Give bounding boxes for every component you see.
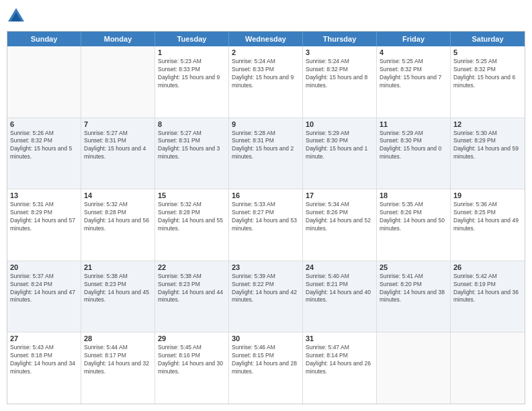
day-info: Sunrise: 5:44 AM Sunset: 8:17 PM Dayligh… [84,344,152,376]
day-info: Sunrise: 5:25 AM Sunset: 8:32 PM Dayligh… [453,58,522,90]
day-number: 9 [232,120,300,128]
day-number: 13 [10,191,78,199]
day-number: 20 [10,263,78,271]
day-number: 21 [84,263,152,271]
day-number: 6 [10,120,78,128]
header-day-tuesday: Tuesday [155,32,229,46]
day-number: 1 [158,48,226,56]
day-number: 17 [306,191,373,199]
calendar-cell-18: 18Sunrise: 5:35 AM Sunset: 8:26 PM Dayli… [377,189,451,261]
day-number: 3 [306,48,373,56]
day-number: 19 [453,191,522,199]
day-number: 28 [84,334,152,342]
day-number: 14 [84,191,152,199]
day-info: Sunrise: 5:27 AM Sunset: 8:31 PM Dayligh… [84,130,152,162]
calendar-cell-27: 27Sunrise: 5:43 AM Sunset: 8:18 PM Dayli… [7,332,81,404]
day-number: 18 [380,191,447,199]
day-number: 26 [453,263,522,271]
calendar-header: SundayMondayTuesdayWednesdayThursdayFrid… [7,32,525,46]
day-info: Sunrise: 5:47 AM Sunset: 8:14 PM Dayligh… [306,344,373,376]
day-info: Sunrise: 5:27 AM Sunset: 8:31 PM Dayligh… [158,130,226,162]
calendar-cell-26: 26Sunrise: 5:42 AM Sunset: 8:19 PM Dayli… [451,261,525,332]
calendar-row-2: 13Sunrise: 5:31 AM Sunset: 8:29 PM Dayli… [7,189,525,261]
calendar-cell-22: 22Sunrise: 5:38 AM Sunset: 8:23 PM Dayli… [155,261,229,332]
day-number: 7 [84,120,152,128]
calendar-cell-21: 21Sunrise: 5:38 AM Sunset: 8:23 PM Dayli… [81,261,155,332]
calendar-cell-empty [81,46,155,118]
calendar-body: 1Sunrise: 5:23 AM Sunset: 8:33 PM Daylig… [7,46,525,404]
day-info: Sunrise: 5:43 AM Sunset: 8:18 PM Dayligh… [10,344,78,376]
calendar-cell-3: 3Sunrise: 5:24 AM Sunset: 8:32 PM Daylig… [303,46,377,118]
day-number: 31 [306,334,373,342]
day-number: 16 [232,191,300,199]
day-info: Sunrise: 5:31 AM Sunset: 8:29 PM Dayligh… [10,201,78,233]
calendar-row-1: 6Sunrise: 5:26 AM Sunset: 8:32 PM Daylig… [7,118,525,190]
calendar-cell-empty [451,332,525,404]
logo-icon [7,7,26,26]
day-number: 30 [232,334,300,342]
logo [7,7,28,26]
day-info: Sunrise: 5:34 AM Sunset: 8:26 PM Dayligh… [306,201,373,233]
calendar: SundayMondayTuesdayWednesdayThursdayFrid… [7,31,525,404]
day-number: 15 [158,191,226,199]
calendar-cell-23: 23Sunrise: 5:39 AM Sunset: 8:22 PM Dayli… [229,261,303,332]
day-number: 25 [380,263,447,271]
calendar-cell-16: 16Sunrise: 5:33 AM Sunset: 8:27 PM Dayli… [229,189,303,261]
calendar-cell-1: 1Sunrise: 5:23 AM Sunset: 8:33 PM Daylig… [155,46,229,118]
day-info: Sunrise: 5:28 AM Sunset: 8:31 PM Dayligh… [232,130,300,162]
calendar-cell-20: 20Sunrise: 5:37 AM Sunset: 8:24 PM Dayli… [7,261,81,332]
day-info: Sunrise: 5:25 AM Sunset: 8:32 PM Dayligh… [380,58,447,90]
day-info: Sunrise: 5:40 AM Sunset: 8:21 PM Dayligh… [306,273,373,305]
calendar-cell-15: 15Sunrise: 5:32 AM Sunset: 8:28 PM Dayli… [155,189,229,261]
day-number: 10 [306,120,373,128]
day-info: Sunrise: 5:39 AM Sunset: 8:22 PM Dayligh… [232,273,300,305]
day-info: Sunrise: 5:45 AM Sunset: 8:16 PM Dayligh… [158,344,226,376]
day-info: Sunrise: 5:41 AM Sunset: 8:20 PM Dayligh… [380,273,447,305]
day-info: Sunrise: 5:30 AM Sunset: 8:29 PM Dayligh… [453,130,522,162]
day-info: Sunrise: 5:24 AM Sunset: 8:32 PM Dayligh… [306,58,373,90]
calendar-cell-11: 11Sunrise: 5:29 AM Sunset: 8:30 PM Dayli… [377,118,451,189]
header-day-saturday: Saturday [451,32,525,46]
calendar-cell-25: 25Sunrise: 5:41 AM Sunset: 8:20 PM Dayli… [377,261,451,332]
day-info: Sunrise: 5:26 AM Sunset: 8:32 PM Dayligh… [10,130,78,162]
day-number: 11 [380,120,447,128]
calendar-cell-2: 2Sunrise: 5:24 AM Sunset: 8:33 PM Daylig… [229,46,303,118]
calendar-cell-5: 5Sunrise: 5:25 AM Sunset: 8:32 PM Daylig… [451,46,525,118]
day-info: Sunrise: 5:38 AM Sunset: 8:23 PM Dayligh… [84,273,152,305]
day-info: Sunrise: 5:24 AM Sunset: 8:33 PM Dayligh… [232,58,300,90]
calendar-cell-6: 6Sunrise: 5:26 AM Sunset: 8:32 PM Daylig… [7,118,81,189]
calendar-cell-14: 14Sunrise: 5:32 AM Sunset: 8:28 PM Dayli… [81,189,155,261]
day-number: 5 [453,48,522,56]
calendar-row-4: 27Sunrise: 5:43 AM Sunset: 8:18 PM Dayli… [7,332,525,404]
header-day-thursday: Thursday [303,32,377,46]
day-info: Sunrise: 5:29 AM Sunset: 8:30 PM Dayligh… [380,130,447,162]
day-number: 2 [232,48,300,56]
day-number: 22 [158,263,226,271]
day-info: Sunrise: 5:32 AM Sunset: 8:28 PM Dayligh… [84,201,152,233]
day-number: 8 [158,120,226,128]
day-info: Sunrise: 5:29 AM Sunset: 8:30 PM Dayligh… [306,130,373,162]
header-day-wednesday: Wednesday [229,32,303,46]
day-info: Sunrise: 5:37 AM Sunset: 8:24 PM Dayligh… [10,273,78,305]
page: SundayMondayTuesdayWednesdayThursdayFrid… [0,0,532,411]
calendar-cell-17: 17Sunrise: 5:34 AM Sunset: 8:26 PM Dayli… [303,189,377,261]
day-number: 12 [453,120,522,128]
calendar-cell-28: 28Sunrise: 5:44 AM Sunset: 8:17 PM Dayli… [81,332,155,404]
day-info: Sunrise: 5:36 AM Sunset: 8:25 PM Dayligh… [453,201,522,233]
calendar-cell-4: 4Sunrise: 5:25 AM Sunset: 8:32 PM Daylig… [377,46,451,118]
day-info: Sunrise: 5:23 AM Sunset: 8:33 PM Dayligh… [158,58,226,90]
calendar-cell-12: 12Sunrise: 5:30 AM Sunset: 8:29 PM Dayli… [451,118,525,189]
calendar-cell-empty [377,332,451,404]
day-number: 4 [380,48,447,56]
calendar-row-3: 20Sunrise: 5:37 AM Sunset: 8:24 PM Dayli… [7,261,525,333]
day-info: Sunrise: 5:42 AM Sunset: 8:19 PM Dayligh… [453,273,522,305]
day-info: Sunrise: 5:35 AM Sunset: 8:26 PM Dayligh… [380,201,447,233]
calendar-cell-19: 19Sunrise: 5:36 AM Sunset: 8:25 PM Dayli… [451,189,525,261]
calendar-row-0: 1Sunrise: 5:23 AM Sunset: 8:33 PM Daylig… [7,46,525,118]
calendar-cell-10: 10Sunrise: 5:29 AM Sunset: 8:30 PM Dayli… [303,118,377,189]
header-day-friday: Friday [377,32,451,46]
header-day-sunday: Sunday [7,32,81,46]
day-info: Sunrise: 5:32 AM Sunset: 8:28 PM Dayligh… [158,201,226,233]
header-day-monday: Monday [81,32,155,46]
calendar-cell-31: 31Sunrise: 5:47 AM Sunset: 8:14 PM Dayli… [303,332,377,404]
